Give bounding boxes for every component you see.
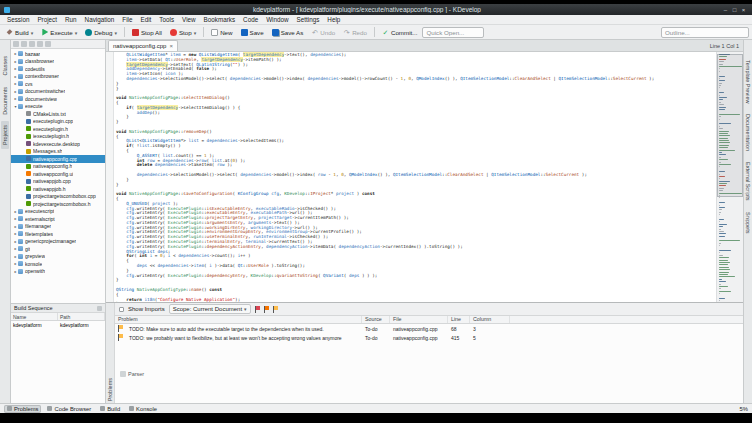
minimap-scrollbar[interactable] [716,52,743,302]
problem-row[interactable]: TODO: we probably want to flexibilize, b… [115,333,743,342]
tree-item-nativeappconfig-ui[interactable]: nativeappconfig.ui [11,170,105,178]
code-area[interactable]: QListWidgetItem* item = new QListWidgetI… [114,52,716,302]
tree-item-nativeappconfig-h[interactable]: nativeappconfig.h [11,163,105,171]
menu-navigation[interactable]: Navigation [81,16,119,23]
build-sequence-column-name[interactable]: Name [11,313,58,320]
scope-dropdown[interactable]: Scope: Current Document [169,304,251,314]
build-sequence-menu-icon[interactable] [97,306,102,311]
close-tab-icon[interactable] [169,43,173,49]
dock-tab-snippets[interactable]: Snippets [744,208,752,237]
tree-item-nativeappconfig-cpp[interactable]: nativeappconfig.cpp [11,155,105,163]
projects-toolbar-icon[interactable] [21,41,27,47]
tree-item-iexecuteplugin-h[interactable]: iexecuteplugin.h [11,133,105,141]
problems-column-line[interactable]: Line [448,316,470,323]
tree-item-projecttargetscombobox-cpp[interactable]: projecttargetscombobox.cpp [11,193,105,201]
build-button[interactable]: Build [3,28,36,37]
stop-all-button[interactable]: Stop All [129,28,165,37]
tree-item-externalscript[interactable]: externalscript [11,215,105,223]
menu-run[interactable]: Run [61,16,81,23]
tree-item-cmakelists-txt[interactable]: CMakeLists.txt [11,110,105,118]
tree-item-codeutils[interactable]: codeutils [11,65,105,73]
minimap-viewport[interactable] [717,54,743,197]
tree-item-documentview[interactable]: documentview [11,95,105,103]
projects-toolbar-icon[interactable] [37,41,43,47]
tree-item-kdevexecute-desktop[interactable]: kdevexecute.desktop [11,140,105,148]
maximize-button-icon[interactable] [730,7,739,13]
menu-project[interactable]: Project [33,16,61,23]
build-sequence-row[interactable]: kdevplatformkdevplatform [11,321,105,329]
hint-flag-icon[interactable] [273,306,278,313]
menu-settings[interactable]: Settings [293,16,324,23]
save-button[interactable]: Save [238,28,267,37]
tree-item-projecttargetscombobox-h[interactable]: projecttargetscombobox.h [11,200,105,208]
statusbar-button-problems[interactable]: Problems [4,405,41,413]
tree-item-konsole[interactable]: konsole [11,260,105,268]
dock-tab-projects[interactable]: Projects [1,121,9,149]
code-line[interactable]: dependencies->selectionModel()->select( … [116,77,716,82]
tree-item-execute[interactable]: execute [11,103,105,111]
build-sequence-column-path[interactable]: Path [58,313,105,320]
tree-item-git[interactable]: git [11,245,105,253]
minimize-button-icon[interactable] [721,7,730,13]
error-flag-icon[interactable] [255,306,260,313]
dock-tab-template-preview[interactable]: Template Preview [744,56,752,107]
problems-column-source[interactable]: Source [362,316,390,323]
tree-item-nativeappjob-cpp[interactable]: nativeappjob.cpp [11,178,105,186]
stop-button[interactable]: Stop [167,28,199,37]
redo-button[interactable]: Redo [340,28,370,37]
menu-tools[interactable]: Tools [155,16,178,23]
save-as-button[interactable]: Save As [269,28,307,37]
tree-item-messages-sh[interactable]: Messages.sh [11,148,105,156]
projects-toolbar-icon[interactable] [29,41,35,47]
menu-edit[interactable]: Edit [137,16,156,23]
tree-item-executeplugin-cpp[interactable]: executeplugin.cpp [11,118,105,126]
tree-item-classbrowser[interactable]: classbrowser [11,58,105,66]
tree-item-executeplugin-h[interactable]: executeplugin.h [11,125,105,133]
projects-toolbar-icon[interactable] [13,41,19,47]
outline-field[interactable]: Outline... [661,27,749,38]
quick-open-field[interactable]: Quick Open... [422,27,484,38]
problems-column-file[interactable]: File [390,316,448,323]
tree-item-documentswitcher[interactable]: documentswitcher [11,88,105,96]
dock-tab-external-scripts[interactable]: External Scripts [744,158,752,205]
new-button[interactable]: New [208,28,235,37]
undo-button[interactable]: Undo [308,28,338,37]
tree-item-filemanager[interactable]: filemanager [11,223,105,231]
show-imports-checkbox[interactable] [119,307,124,312]
tree-item-executescript[interactable]: executescript [11,208,105,216]
close-window-icon[interactable] [739,7,748,13]
tree-item-contextbrowser[interactable]: contextbrowser [11,73,105,81]
chevron-down-icon [75,29,78,36]
statusbar-button-konsole[interactable]: Konsole [126,405,160,413]
toolview-icon [129,406,134,411]
menu-help[interactable]: Help [323,16,344,23]
statusbar-button-build[interactable]: Build [97,405,123,413]
warning-flag-icon[interactable] [264,306,269,313]
tree-item-nativeappjob-h[interactable]: nativeappjob.h [11,185,105,193]
menu-bookmarks[interactable]: Bookmarks [200,16,240,23]
tree-item-grepview[interactable]: grepview [11,253,105,261]
menu-window[interactable]: Window [262,16,292,23]
problem-row[interactable]: TODO: Make sure to auto add the executab… [115,324,743,333]
debug-button[interactable]: Debug [82,28,120,37]
tree-item-cvs[interactable]: cvs [11,80,105,88]
tree-item-genericprojectmanager[interactable]: genericprojectmanager [11,238,105,246]
projects-toolbar-icon[interactable] [45,41,51,47]
tree-item-bazaar[interactable]: bazaar [11,50,105,58]
commit-button[interactable]: Commit... [379,28,420,37]
tree-item-openwith[interactable]: openwith [11,268,105,276]
dock-tab-documents[interactable]: Documents [1,83,9,119]
dock-tab-classes[interactable]: Classes [1,52,9,80]
menu-file[interactable]: File [118,16,136,23]
problems-column-problem[interactable]: Problem [115,316,362,323]
menu-session[interactable]: Session [3,16,33,23]
problems-column-column[interactable]: Column [470,316,510,323]
dock-tab-documentation[interactable]: Documentation [744,110,752,155]
execute-button[interactable]: Execute [38,28,80,37]
tree-item-filetemplates[interactable]: filetemplates [11,230,105,238]
menu-code[interactable]: Code [239,16,262,23]
editor-tab[interactable]: nativeappconfig.cpp [108,40,178,51]
statusbar-button-code-browser[interactable]: Code Browser [44,405,94,413]
menu-view[interactable]: View [178,16,200,23]
show-imports-label[interactable]: Show Imports [128,306,165,312]
